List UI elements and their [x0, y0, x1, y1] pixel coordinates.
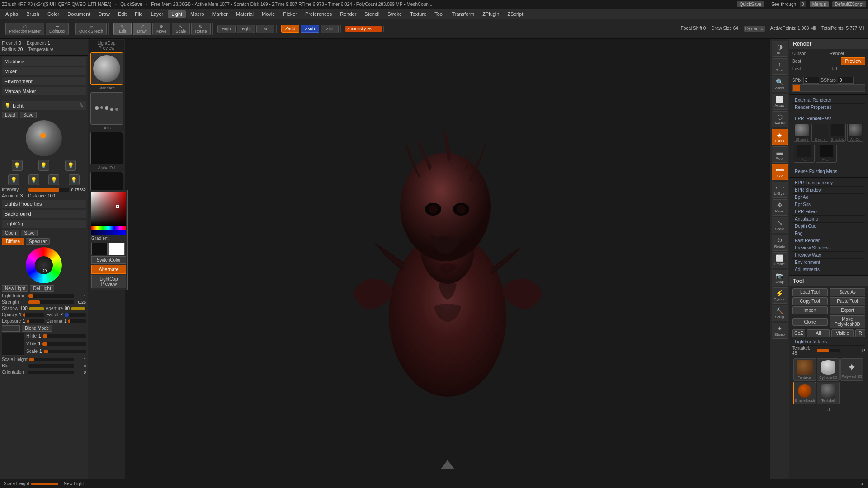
lights-properties-header[interactable]: Lights Properties [2, 200, 86, 208]
make-polymesh-btn[interactable]: Make PolyMesh3D [830, 315, 865, 328]
menu-texture[interactable]: Texture [406, 10, 430, 18]
quicksave-btn[interactable]: QuickSave [737, 1, 764, 7]
lightbox-btn[interactable]: ☰ LightBox [46, 23, 69, 35]
menu-marker[interactable]: Marker [209, 10, 231, 18]
menu-preferences[interactable]: Preferences [302, 10, 335, 18]
lightcap-thumb-dots[interactable] [90, 92, 123, 125]
z-intensity-slider[interactable]: Z Intensity 25 [345, 26, 382, 32]
color-swatch[interactable] [2, 325, 20, 332]
shaded-preview[interactable]: Shaded [794, 124, 810, 142]
save-light-btn[interactable]: Save [20, 112, 37, 118]
export-btn[interactable]: Export [830, 306, 865, 314]
default-script-btn[interactable]: DefaultZScript [832, 1, 866, 7]
menu-layer[interactable]: Layer [147, 10, 167, 18]
menu-edit[interactable]: Edit [114, 10, 130, 18]
render-btn-label[interactable]: Render [830, 51, 865, 56]
depth-preview[interactable]: Depth [811, 124, 828, 142]
floor-preview[interactable]: Floor [816, 145, 837, 163]
light-icon-1[interactable]: 💡 [12, 160, 23, 171]
fog[interactable]: Fog [792, 230, 865, 237]
depth-cue[interactable]: Depth Cue [792, 223, 865, 230]
zadd-btn[interactable]: Zadd [281, 25, 300, 33]
blend-mode-btn[interactable]: Blend Mode [22, 325, 52, 332]
quick-sketch-btn[interactable]: ✏ Quick Sketch [75, 23, 107, 35]
zsub-btn[interactable]: Zsub [301, 25, 319, 33]
open-lightcap-btn[interactable]: Open [2, 230, 19, 236]
scale-icon-btn[interactable]: ⤡ Scale [772, 217, 788, 233]
menu-alpha[interactable]: Alpha [2, 10, 22, 18]
move-btn[interactable]: ✥ Move [152, 23, 170, 35]
tool-cylinder[interactable]: Cylinder3D [817, 358, 840, 381]
sculp-icon-btn[interactable]: 🔨 Sculp [772, 305, 788, 321]
ssharp-input[interactable] [838, 77, 854, 84]
visible-btn[interactable]: Visible [831, 329, 854, 337]
del-light-btn[interactable]: Del Light [30, 285, 54, 292]
hrgb-btn[interactable]: Hrgb [217, 25, 236, 33]
lightbox-tools-item[interactable]: Lightbox > Tools [792, 338, 865, 346]
swatch-white[interactable] [108, 243, 125, 255]
rotate-icon-btn[interactable]: ↻ Rotate [772, 235, 788, 251]
vtile-track[interactable] [42, 342, 86, 346]
aahal-icon-btn[interactable]: ⬡ AAHal [772, 111, 788, 127]
opacity-track[interactable] [23, 313, 44, 317]
orientation-track[interactable] [28, 371, 74, 374]
light-icon-7[interactable]: 💡 [69, 174, 80, 185]
tool-tentakel2[interactable]: Tentakel [817, 382, 840, 404]
specular-btn[interactable]: Specular [26, 238, 50, 245]
gamma-track[interactable] [68, 319, 86, 323]
light-icon-4[interactable]: 💡 [8, 174, 19, 185]
sss-preview[interactable]: Sss [794, 145, 815, 163]
diffuse-btn[interactable]: Diffuse [2, 238, 24, 245]
background-header[interactable]: Background [2, 210, 86, 218]
menu-render[interactable]: Render [336, 10, 360, 18]
menu-brush[interactable]: Brush [23, 10, 43, 18]
menu-light[interactable]: Light [168, 10, 186, 18]
environment-r[interactable]: Environment [792, 259, 865, 266]
save-as-btn[interactable]: Save As [830, 288, 865, 296]
preview-wax[interactable]: Preview Wax [792, 252, 865, 259]
blue-strip[interactable] [91, 230, 126, 235]
exposure-track[interactable] [27, 319, 45, 323]
projection-master-btn[interactable]: ⬡ Projection Master [5, 23, 44, 35]
r-btn[interactable]: R [855, 329, 865, 337]
zbdoc-label[interactable]: QuickSave [120, 2, 142, 7]
tool-polymesh[interactable]: ✦ PolyMesh3D [840, 358, 863, 381]
fast-label[interactable]: Fast [792, 66, 828, 71]
reuse-maps-item[interactable]: Reuse Existing Maps [792, 168, 865, 175]
falloff-track[interactable] [65, 313, 86, 317]
light-header[interactable]: 💡 Light ✎ [2, 101, 86, 110]
menu-stroke[interactable]: Stroke [384, 10, 406, 18]
menu-file[interactable]: File [131, 10, 146, 18]
scale-track[interactable] [44, 350, 86, 353]
menu-draw[interactable]: Draw [94, 10, 113, 18]
light-icon-3[interactable]: 💡 [65, 160, 76, 171]
hue-strip[interactable] [91, 226, 126, 230]
zblt-btn[interactable]: Zblt [321, 25, 339, 33]
swatch-black[interactable] [91, 243, 108, 255]
light-sphere[interactable] [26, 120, 62, 156]
m-btn[interactable]: M [256, 25, 274, 33]
zoom-icon-btn[interactable]: 🔍 Zoom [772, 76, 788, 92]
bpr-filters[interactable]: BPR Filters [792, 208, 865, 216]
rgb-btn[interactable]: Rgb [237, 25, 255, 33]
actual-icon-btn[interactable]: ⬜ Actual [772, 94, 788, 110]
light-icon-5[interactable]: 💡 [28, 174, 39, 185]
move-icon-btn[interactable]: ✥ Move [772, 199, 788, 216]
edit-btn[interactable]: ✎ Edit [113, 23, 132, 35]
environment-header[interactable]: Environment [2, 77, 86, 85]
preview-btn[interactable]: Preview [841, 57, 865, 65]
lightcap-thumb-standard[interactable] [90, 52, 123, 85]
import-btn[interactable]: Import [792, 306, 828, 314]
matcap-header[interactable]: Matcap Maker [2, 87, 86, 95]
tool-simplebrush[interactable]: SimpleBrush [793, 382, 816, 404]
rotate-btn[interactable]: ↻ Rotate [191, 23, 211, 35]
lightcap-header[interactable]: LightCap [2, 220, 86, 228]
bpr-shadow[interactable]: BPR Shadow [792, 187, 865, 194]
menu-picker[interactable]: Picker [279, 10, 301, 18]
draw-btn[interactable]: 🖊 Draw [133, 23, 151, 35]
best-label[interactable]: Best [792, 59, 839, 64]
amoc-preview[interactable]: AmOc [847, 124, 863, 142]
bpr-ao[interactable]: Bpr Ao [792, 194, 865, 201]
light-icon-2[interactable]: 💡 [38, 160, 49, 171]
blur-track[interactable] [28, 364, 74, 368]
